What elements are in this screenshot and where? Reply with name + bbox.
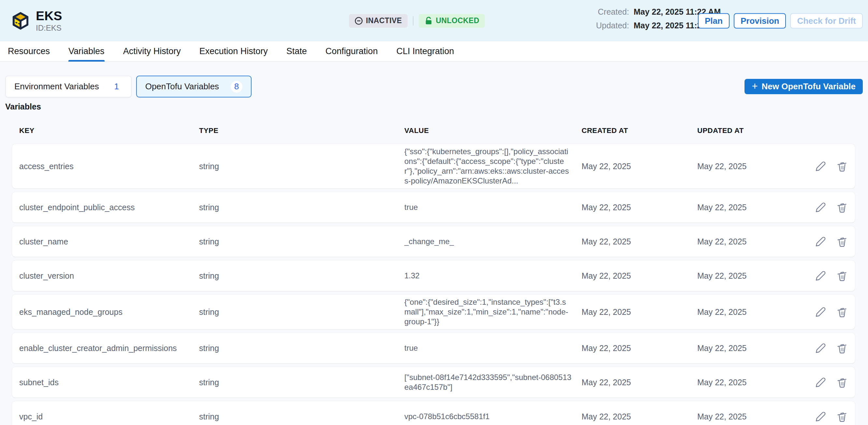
- delete-variable-button[interactable]: [835, 201, 848, 214]
- table-row: cluster_version string 1.32 May 22, 2025…: [12, 261, 855, 291]
- edit-variable-button[interactable]: [814, 376, 827, 389]
- variable-key: cluster_version: [19, 271, 199, 281]
- provision-button[interactable]: Provision: [734, 13, 786, 28]
- variable-value: _change_me_: [404, 237, 582, 246]
- new-variable-label: New OpenTofu Variable: [762, 82, 856, 92]
- row-actions: [808, 341, 848, 355]
- variable-key: subnet_ids: [19, 378, 199, 387]
- variable-tab-opentofu-variables[interactable]: OpenTofu Variables 8: [136, 75, 251, 97]
- edit-variable-button[interactable]: [814, 235, 827, 248]
- variable-key: cluster_endpoint_public_access: [19, 203, 199, 212]
- pencil-icon: [814, 160, 827, 173]
- variable-tab-environment-variables[interactable]: Environment Variables 1: [5, 75, 132, 97]
- pencil-icon: [814, 410, 827, 423]
- tab-execution-history[interactable]: Execution History: [199, 41, 268, 61]
- variable-value: vpc-078b51c6cbc5581f1: [404, 412, 582, 421]
- variable-type: string: [199, 307, 404, 317]
- check-for-drift-button[interactable]: Check for Drift: [790, 13, 863, 28]
- tab-variables[interactable]: Variables: [68, 41, 104, 61]
- variable-updated-at: May 22, 2025: [697, 237, 808, 246]
- trash-icon: [835, 341, 848, 355]
- edit-variable-button[interactable]: [814, 160, 827, 173]
- tab-configuration[interactable]: Configuration: [326, 41, 378, 61]
- updated-label: Updated:: [596, 21, 629, 30]
- tab-label: Configuration: [326, 46, 378, 56]
- new-opentofu-variable-button[interactable]: + New OpenTofu Variable: [745, 79, 863, 94]
- status-badge-unlocked: UNLOCKED: [419, 14, 485, 28]
- pencil-icon: [814, 341, 827, 355]
- variable-value: ["subnet-08f14e7142d333595","subnet-0680…: [404, 372, 582, 392]
- delete-variable-button[interactable]: [835, 160, 848, 173]
- tab-state[interactable]: State: [286, 41, 307, 61]
- variable-created-at: May 22, 2025: [582, 378, 697, 387]
- header-actions: Plan Provision Check for Drift: [698, 13, 863, 28]
- variable-key: enable_cluster_creator_admin_permissions: [19, 343, 199, 353]
- table-header-row: KEYTYPEVALUECREATED ATUPDATED AT: [12, 126, 855, 135]
- variable-value: true: [404, 203, 582, 212]
- status-group: INACTIVE UNLOCKED: [349, 14, 485, 28]
- trash-icon: [835, 160, 848, 173]
- edit-variable-button[interactable]: [814, 410, 827, 423]
- edit-variable-button[interactable]: [814, 341, 827, 355]
- variable-value: 1.32: [404, 271, 582, 281]
- title-block: EKS ID:EKS: [36, 9, 62, 33]
- variable-type: string: [199, 237, 404, 246]
- table-row: vpc_id string vpc-078b51c6cbc5581f1 May …: [12, 401, 855, 425]
- delete-variable-button[interactable]: [835, 376, 848, 389]
- variable-updated-at: May 22, 2025: [697, 203, 808, 212]
- plan-button[interactable]: Plan: [698, 13, 730, 28]
- delete-variable-button[interactable]: [835, 410, 848, 423]
- variables-table: KEYTYPEVALUECREATED ATUPDATED AT access_…: [5, 126, 863, 425]
- variable-type: string: [199, 343, 404, 353]
- variable-type: string: [199, 412, 404, 421]
- edit-variable-button[interactable]: [814, 269, 827, 282]
- table-row: cluster_endpoint_public_access string tr…: [12, 192, 855, 222]
- tab-resources[interactable]: Resources: [8, 41, 50, 61]
- table-row: cluster_name string _change_me_ May 22, …: [12, 226, 855, 257]
- column-header-updated-at: UPDATED AT: [697, 126, 808, 135]
- row-actions: [808, 305, 848, 318]
- trash-icon: [835, 201, 848, 214]
- variable-created-at: May 22, 2025: [582, 271, 697, 281]
- circle-minus-icon: [354, 17, 363, 25]
- tab-label: Variables: [68, 46, 104, 56]
- variable-type: string: [199, 162, 404, 171]
- tab-label: Activity History: [123, 46, 181, 56]
- delete-variable-button[interactable]: [835, 305, 848, 318]
- variable-key: access_entries: [19, 162, 199, 171]
- row-actions: [808, 201, 848, 214]
- column-header-type: TYPE: [199, 126, 404, 135]
- variable-created-at: May 22, 2025: [582, 162, 697, 171]
- variable-updated-at: May 22, 2025: [697, 271, 808, 281]
- variable-updated-at: May 22, 2025: [697, 307, 808, 317]
- trash-icon: [835, 376, 848, 389]
- variable-updated-at: May 22, 2025: [697, 378, 808, 387]
- tab-cli-integration[interactable]: CLI Integration: [396, 41, 454, 61]
- delete-variable-button[interactable]: [835, 235, 848, 248]
- tab-label: State: [286, 46, 307, 56]
- variable-tab-label: OpenTofu Variables: [145, 82, 219, 92]
- column-header-created-at: CREATED AT: [582, 126, 697, 135]
- variable-created-at: May 22, 2025: [582, 307, 697, 317]
- main-content: Environment Variables 1 OpenTofu Variabl…: [0, 62, 868, 425]
- opentofu-cube-logo: [10, 9, 31, 32]
- status-badge-inactive: INACTIVE: [349, 14, 408, 28]
- row-actions: [808, 235, 848, 248]
- delete-variable-button[interactable]: [835, 341, 848, 355]
- variable-key: eks_managed_node_groups: [19, 307, 199, 317]
- table-row: eks_managed_node_groups string {"one":{"…: [12, 295, 855, 329]
- variables-table-body: access_entries string {"sso":{"kubernete…: [12, 144, 855, 425]
- tab-label: CLI Integration: [396, 46, 454, 56]
- tab-activity-history[interactable]: Activity History: [123, 41, 181, 61]
- row-actions: [808, 376, 848, 389]
- variable-value: {"sso":{"kubernetes_groups":[],"policy_a…: [404, 147, 582, 186]
- edit-variable-button[interactable]: [814, 201, 827, 214]
- variable-updated-at: May 22, 2025: [697, 412, 808, 421]
- delete-variable-button[interactable]: [835, 269, 848, 282]
- edit-variable-button[interactable]: [814, 305, 827, 318]
- trash-icon: [835, 410, 848, 423]
- variable-value: {"one":{"desired_size":1,"instance_types…: [404, 297, 582, 327]
- table-row: enable_cluster_creator_admin_permissions…: [12, 333, 855, 363]
- app-header: EKS ID:EKS INACTIVE UNLOCKED Created: Ma…: [0, 0, 868, 41]
- variable-created-at: May 22, 2025: [582, 203, 697, 212]
